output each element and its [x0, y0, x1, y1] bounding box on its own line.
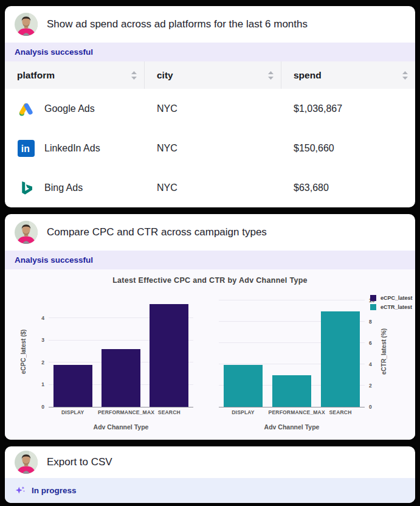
legend-label: eCPC_latest	[380, 295, 413, 301]
y-tick-label: 1	[41, 382, 44, 387]
category-label: DISPLAY	[220, 409, 267, 415]
status-text: Analysis successful	[15, 255, 93, 265]
bing-ads-icon	[17, 179, 35, 197]
status-text: In progress	[32, 486, 77, 495]
table-header: platform city spend	[5, 61, 415, 89]
legend-item: eCTR_latest	[370, 304, 413, 310]
y-axis-label: eCPC_latest ($)	[20, 296, 27, 407]
prompt-row: Show ad spend across ad platforms for th…	[5, 6, 415, 43]
y-tick-label: 4	[369, 362, 372, 367]
category-label: DISPLAY	[50, 409, 96, 415]
table-body: Google Ads NYC $1,036,867 in LinkedIn Ad…	[5, 89, 415, 207]
svg-text:in: in	[21, 144, 30, 154]
prompt-text: Compare CPC and CTR across campaign type…	[47, 226, 267, 238]
status-bar[interactable]: Analysis successful	[5, 251, 415, 269]
ad-spend-card: Show ad spend across ad platforms for th…	[5, 6, 415, 207]
export-csv-card: Export to CSV In progress	[5, 446, 415, 503]
table-row: Bing Ads NYC $63,680	[5, 168, 415, 207]
x-axis-categories: DISPLAYPERFORMANCE_MAXSEARCH	[49, 409, 193, 415]
category-label: PERFORMANCE_MAX	[98, 409, 144, 415]
table-row: in LinkedIn Ads NYC $150,660	[5, 128, 415, 168]
platform-name: Google Ads	[44, 103, 95, 114]
sort-icon	[402, 71, 408, 80]
legend-label: eCTR_latest	[380, 304, 412, 310]
column-header-spend[interactable]: spend	[281, 61, 415, 89]
status-bar[interactable]: Analysis successful	[5, 43, 415, 61]
cpc-ctr-card: Compare CPC and CTR across campaign type…	[5, 214, 415, 440]
status-text: Analysis successful	[15, 47, 93, 57]
ecpc-bar-chart: eCPC_latest ($) 01234 DISPLAYPERFORMANCE…	[49, 296, 193, 440]
city-value: NYC	[145, 182, 281, 193]
chart-title: Latest Effective CPC and CTR by Adv Chan…	[5, 276, 415, 285]
sort-icon	[131, 71, 137, 80]
y-tick-label: 6	[369, 341, 372, 346]
city-value: NYC	[145, 103, 281, 114]
x-axis-categories: DISPLAYPERFORMANCE_MAXSEARCH	[219, 409, 365, 415]
bars	[49, 296, 193, 407]
category-label: PERFORMANCE_MAX	[269, 409, 315, 415]
platform-name: LinkedIn Ads	[44, 143, 100, 154]
bar-display	[53, 365, 92, 407]
google-ads-icon	[17, 100, 35, 118]
table-row: Google Ads NYC $1,036,867	[5, 89, 415, 128]
bars	[219, 296, 365, 407]
spend-value: $1,036,867	[281, 103, 415, 114]
column-header-platform[interactable]: platform	[5, 61, 145, 89]
legend-item: eCPC_latest	[370, 295, 413, 301]
prompt-row: Compare CPC and CTR across campaign type…	[5, 214, 415, 251]
user-avatar	[15, 221, 38, 244]
spend-value: $63,680	[281, 182, 415, 193]
sparkle-icon	[15, 485, 26, 496]
y-tick-label: 0	[41, 404, 44, 410]
column-header-city[interactable]: city	[145, 61, 281, 89]
chart-legend: eCPC_latesteCTR_latest	[370, 295, 413, 310]
y-tick-label: 8	[369, 319, 372, 325]
y-tick-label: 0	[369, 404, 372, 410]
y-tick-label: 2	[369, 383, 372, 389]
category-label: SEARCH	[146, 409, 192, 415]
category-label: SEARCH	[317, 409, 364, 415]
user-avatar	[15, 451, 38, 474]
y-tick-label: 4	[41, 316, 44, 321]
y-tick-label: 3	[41, 338, 44, 344]
prompt-row: Export to CSV	[5, 446, 415, 478]
plot-area: 0246810	[219, 296, 365, 407]
bar-search	[321, 311, 360, 407]
legend-swatch	[370, 304, 376, 310]
x-axis-label: Adv Channel Type	[219, 423, 365, 431]
bar-performance_max	[102, 349, 140, 407]
platform-name: Bing Ads	[44, 182, 83, 193]
linkedin-ads-icon: in	[17, 139, 35, 158]
y-axis-label: eCTR_latest (%)	[380, 296, 387, 407]
ectr-bar-chart: eCTR_latest (%) 0246810 DISPLAYPERFORMAN…	[219, 296, 365, 440]
sort-icon	[268, 71, 274, 80]
prompt-text: Show ad spend across ad platforms for th…	[47, 18, 308, 30]
bar-display	[224, 365, 263, 407]
prompt-text: Export to CSV	[47, 456, 112, 468]
y-tick-label: 2	[41, 360, 44, 366]
progress-bar[interactable]: In progress	[5, 478, 415, 503]
bar-performance_max	[272, 375, 312, 407]
city-value: NYC	[145, 143, 281, 154]
x-axis-label: Adv Channel Type	[49, 423, 193, 431]
spend-value: $150,660	[281, 143, 415, 154]
plot-area: 01234	[49, 296, 193, 407]
legend-swatch	[370, 295, 376, 301]
chart-container: Latest Effective CPC and CTR by Adv Chan…	[5, 269, 415, 440]
bar-search	[150, 304, 188, 407]
user-avatar	[15, 13, 38, 36]
